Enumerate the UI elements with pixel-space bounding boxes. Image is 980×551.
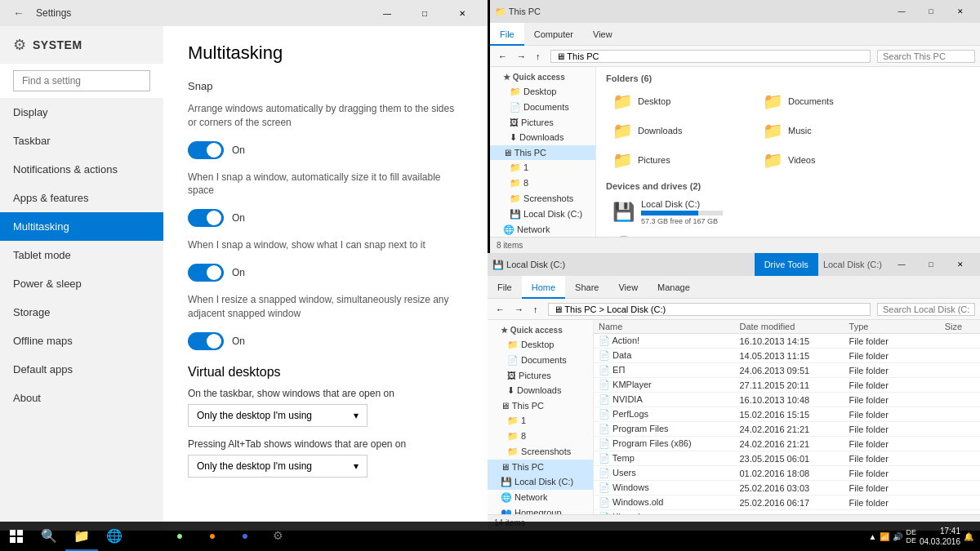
nav-quick-access[interactable]: ★ Quick access [490, 70, 595, 84]
drive-c[interactable]: 💾 Local Disk (C:) 57.3 GB free of 167 GB [606, 196, 970, 229]
fe-bottom-nav-this-pc-sel[interactable]: 🖥 This PC [488, 460, 593, 474]
fe-bottom-nav-dl[interactable]: ⬇ Downloads [488, 383, 593, 398]
sidebar-item-display[interactable]: Display [0, 98, 163, 127]
col-date[interactable]: Date modified [734, 320, 844, 334]
nav-1[interactable]: 📁 1 [490, 160, 595, 176]
taskbar-icon7[interactable]: ● [229, 522, 261, 551]
fe-bottom-nav-quick[interactable]: ★ Quick access [488, 323, 593, 337]
fe-top-maximize[interactable]: □ [916, 0, 946, 23]
col-size[interactable]: Size [940, 320, 980, 334]
fe-bottom-tab-home[interactable]: Home [522, 276, 565, 299]
sidebar-item-notifications[interactable]: Notifications & actions [0, 155, 163, 184]
fe-bottom-nav-pics[interactable]: 🖼 Pictures [488, 368, 593, 383]
snap-toggle2[interactable] [188, 209, 224, 227]
drive-tools-tab[interactable]: Drive Tools [755, 253, 818, 276]
file-row[interactable]: 📄 Data 14.05.2013 11:15 File folder [594, 349, 980, 363]
col-type[interactable]: Type [844, 320, 940, 334]
fe-bottom-nav-8[interactable]: 📁 8 [488, 429, 593, 444]
fe-top-tab-computer[interactable]: Computer [524, 23, 583, 46]
close-button[interactable]: ✕ [443, 0, 481, 26]
taskbar-clock[interactable]: 17:41 04.03.2016 [920, 526, 960, 547]
fe-top-minimize[interactable]: — [887, 0, 916, 23]
nav-local-disk[interactable]: 💾 Local Disk (C:) [490, 207, 595, 222]
taskbar-dropdown[interactable]: Only the desktop I'm using ▾ [188, 404, 368, 427]
file-row[interactable]: 📄 Program Files 24.02.2016 21:21 File fo… [594, 422, 980, 437]
folder-music[interactable]: 📁Music [756, 118, 903, 144]
nav-this-pc[interactable]: 🖥 This PC [490, 145, 595, 160]
fe-top-search[interactable] [877, 50, 975, 63]
fe-bottom-nav-homegroup[interactable]: 👥 Homegroup [488, 505, 593, 514]
folder-downloads[interactable]: 📁Downloads [606, 118, 753, 144]
folder-videos[interactable]: 📁Videos [756, 147, 903, 173]
nav-documents[interactable]: 📄 Documents [490, 100, 595, 115]
fe-bottom-forward[interactable]: → [511, 303, 527, 316]
nav-pictures[interactable]: 🖼 Pictures [490, 115, 595, 130]
file-row[interactable]: 📄 Users 01.02.2016 18:08 File folder [594, 466, 980, 481]
sidebar-item-apps[interactable]: Apps & features [0, 184, 163, 212]
fe-bottom-minimize[interactable]: — [887, 253, 916, 276]
up-btn[interactable]: ↑ [532, 50, 544, 63]
taskbar-explorer-btn[interactable]: 📁 [65, 522, 98, 551]
taskbar-arrow-icon[interactable]: ▲ [869, 532, 877, 541]
taskbar-lang[interactable]: DE DE [906, 528, 916, 544]
taskbar-search-btn[interactable]: 🔍 [33, 522, 65, 551]
toolbar-path[interactable]: 🖥 This PC [550, 50, 871, 63]
fe-bottom-nav-thispc[interactable]: 🖥 This PC [488, 398, 593, 413]
taskbar-icon6[interactable]: ● [196, 522, 229, 551]
folder-desktop[interactable]: 📁Desktop [606, 88, 753, 114]
back-arrow[interactable]: ← [7, 7, 31, 20]
fe-top-tab-file[interactable]: File [490, 23, 524, 46]
minimize-button[interactable]: — [368, 0, 406, 26]
fe-bottom-tab-share[interactable]: Share [565, 276, 608, 299]
fe-top-tab-view[interactable]: View [583, 23, 622, 46]
file-row[interactable]: 📄 NVIDIA 16.10.2013 10:48 File folder [594, 393, 980, 407]
fe-bottom-nav-docs[interactable]: 📄 Documents [488, 353, 593, 368]
fe-bottom-tab-manage[interactable]: Manage [648, 276, 700, 299]
fe-bottom-back[interactable]: ← [492, 303, 508, 316]
snap-toggle4[interactable] [188, 332, 224, 350]
nav-network[interactable]: 🌐 Network [490, 222, 595, 237]
file-row[interactable]: 📄 Windows 25.02.2016 03:03 File folder [594, 481, 980, 495]
fe-bottom-path[interactable]: 🖥 This PC > Local Disk (C:) [548, 303, 871, 316]
sidebar-item-tablet[interactable]: Tablet mode [0, 241, 163, 269]
nav-downloads[interactable]: ⬇ Downloads [490, 130, 595, 145]
nav-screenshots[interactable]: 📁 Screenshots [490, 191, 595, 207]
fe-bottom-tab-view[interactable]: View [608, 276, 648, 299]
sidebar-item-offline[interactable]: Offline maps [0, 327, 163, 355]
maximize-button[interactable]: □ [406, 0, 443, 26]
fe-top-close[interactable]: ✕ [946, 0, 975, 23]
fe-bottom-nav-desktop[interactable]: 📁 Desktop [488, 337, 593, 353]
nav-8[interactable]: 📁 8 [490, 176, 595, 191]
start-button[interactable] [0, 522, 33, 551]
fe-bottom-up[interactable]: ↑ [530, 303, 541, 316]
sidebar-item-taskbar[interactable]: Taskbar [0, 127, 163, 155]
col-name[interactable]: Name [594, 320, 734, 334]
fe-bottom-nav-network[interactable]: 🌐 Network [488, 490, 593, 505]
settings-search-input[interactable] [13, 70, 150, 91]
fe-bottom-nav-local[interactable]: 💾 Local Disk (C:) [488, 474, 593, 490]
file-row[interactable]: 📄 Windows.old 25.02.2016 06:17 File fold… [594, 495, 980, 510]
taskbar-browser-btn[interactable]: 🌐 [98, 522, 131, 551]
file-row[interactable]: 📄 ЕП 24.06.2013 09:51 File folder [594, 363, 980, 378]
sidebar-item-default[interactable]: Default apps [0, 355, 163, 384]
folder-documents[interactable]: 📁Documents [756, 88, 903, 114]
nav-desktop[interactable]: 📁 Desktop [490, 84, 595, 100]
file-row[interactable]: 📄 Temp 23.05.2015 06:01 File folder [594, 451, 980, 466]
snap-toggle3[interactable] [188, 264, 224, 282]
sidebar-item-about[interactable]: About [0, 384, 163, 412]
fe-bottom-search[interactable] [877, 303, 975, 316]
fe-bottom-maximize[interactable]: □ [916, 253, 946, 276]
sidebar-item-power[interactable]: Power & sleep [0, 269, 163, 298]
alttab-dropdown[interactable]: Only the desktop I'm using ▾ [188, 455, 368, 478]
folder-pictures[interactable]: 📁Pictures [606, 147, 753, 173]
sidebar-item-multitasking[interactable]: Multitasking [0, 212, 163, 241]
fe-bottom-close[interactable]: ✕ [946, 253, 975, 276]
forward-btn[interactable]: → [514, 50, 529, 63]
sidebar-item-storage[interactable]: Storage [0, 298, 163, 327]
file-row[interactable]: 📄 KMPlayer 27.11.2015 20:11 File folder [594, 378, 980, 393]
taskbar-settings-btn[interactable]: ⚙ [131, 522, 163, 551]
fe-bottom-nav-shots[interactable]: 📁 Screenshots [488, 444, 593, 460]
back-btn[interactable]: ← [495, 50, 510, 63]
fe-bottom-nav-1[interactable]: 📁 1 [488, 413, 593, 429]
taskbar-icon8[interactable]: ⚙ [261, 522, 294, 551]
